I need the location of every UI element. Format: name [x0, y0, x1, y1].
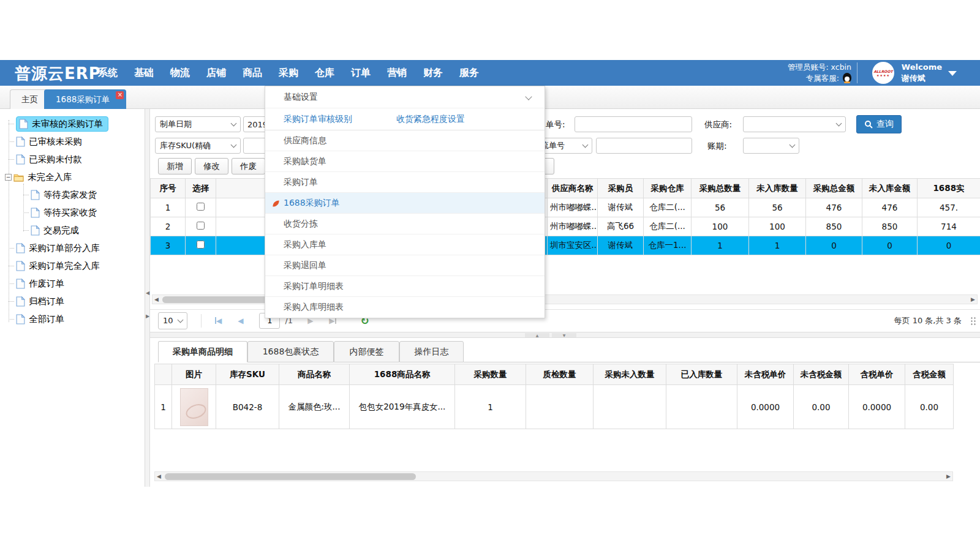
nav-item-warehouse[interactable]: 仓库 [315, 67, 334, 80]
sidebar-item-not-fully-stocked[interactable]: − 未完全入库 [0, 168, 145, 186]
menu-item-label: 采购入库明细表 [284, 302, 344, 313]
nav-item-purchase[interactable]: 采购 [279, 67, 298, 80]
row-checkbox[interactable] [197, 241, 205, 249]
sidebar-item-audited-unpurchased[interactable]: 已审核未采购 [0, 133, 145, 151]
cell-not-in-amount: 476 [862, 198, 918, 217]
sidebar-item-unaudited[interactable]: 未审核的采购订单 [0, 115, 145, 133]
nav-item-marketing[interactable]: 营销 [387, 67, 407, 80]
collapse-up-icon[interactable]: ▲ [525, 333, 549, 337]
menu-item-1688-purchase-order[interactable]: 1688采购订单 [265, 193, 545, 214]
cell-qc-qty [526, 385, 594, 429]
row-checkbox[interactable] [197, 222, 205, 230]
nav-item-shop[interactable]: 店铺 [206, 67, 226, 80]
sidebar-item-fully-stocked[interactable]: 采购订单完全入库 [0, 257, 145, 275]
erp-window: 普源云ERP 系统 基础 物流 店铺 商品 采购 仓库 订单 营销 财务 服务 … [0, 0, 980, 551]
tab-internal-note[interactable]: 内部便签 [334, 341, 399, 362]
row-checkbox[interactable] [197, 203, 205, 211]
resize-grip[interactable] [970, 317, 976, 325]
sidebar-splitter[interactable]: ◀ ▶ [145, 109, 150, 487]
user-menu-caret-icon[interactable] [948, 71, 957, 76]
sku-type-select[interactable]: 库存SKU(精确 [155, 138, 241, 154]
search-button[interactable]: 查询 [856, 115, 902, 133]
menu-link-receive-urgency[interactable]: 收货紧急程度设置 [396, 114, 465, 125]
menu-item-label: 供应商信息 [284, 135, 326, 146]
sidebar-item-all-orders[interactable]: 全部订单 [0, 310, 145, 328]
username: 谢传斌 [902, 73, 942, 84]
scroll-left-icon[interactable]: ◀ [157, 473, 161, 479]
sidebar-item-purchased-unpaid[interactable]: 已采购未付款 [0, 151, 145, 168]
product-thumbnail[interactable] [180, 388, 208, 426]
close-tab-icon[interactable]: × [116, 91, 124, 99]
qq-penguin-icon[interactable] [843, 73, 851, 83]
sidebar-item-partially-stocked[interactable]: 采购订单部分入库 [0, 239, 145, 257]
nav-item-order[interactable]: 订单 [351, 67, 371, 80]
menu-item-purchase-shortage[interactable]: 采购缺货单 [265, 151, 545, 172]
void-button[interactable]: 作废 [232, 158, 265, 174]
collapse-left-icon[interactable]: ◀ [146, 290, 149, 296]
supplier-select[interactable] [743, 116, 846, 132]
scroll-right-icon[interactable]: ▶ [971, 296, 975, 302]
scroll-right-icon[interactable]: ▶ [946, 473, 951, 479]
edit-button[interactable]: 修改 [195, 158, 228, 174]
nav-item-product[interactable]: 商品 [243, 67, 262, 80]
col-not-in-amount: 未入库金额 [862, 179, 918, 198]
tab-order-item-detail[interactable]: 采购单商品明细 [158, 341, 247, 362]
menu-link-audit-level[interactable]: 采购订单审核级别 [284, 114, 352, 125]
tree-stub [9, 301, 14, 302]
scrollbar-thumb[interactable] [165, 473, 416, 480]
tab-1688-package-status[interactable]: 1688包裹状态 [247, 341, 334, 362]
page-size-select[interactable]: 10 [158, 312, 187, 329]
sidebar-item-label: 全部订单 [29, 313, 64, 325]
sidebar-item-voided[interactable]: 作废订单 [0, 275, 145, 293]
cell-seq: 3 [151, 236, 186, 255]
tab-operation-log[interactable]: 操作日志 [399, 341, 464, 362]
sidebar-item-waiting-seller-ship[interactable]: 等待卖家发货 [0, 186, 145, 204]
detail-row[interactable]: 1 B042-8 金属颜色:玫... 包包女2019年真皮女... 1 0.00… [155, 385, 954, 429]
sidebar-item-trade-complete[interactable]: 交易完成 [0, 222, 145, 239]
panel-splitter[interactable]: ▲ ▼ [150, 332, 980, 338]
scroll-left-icon[interactable]: ◀ [154, 296, 159, 302]
detail-hscrollbar[interactable]: ◀ ▶ [154, 471, 953, 481]
logistics-no-input[interactable] [596, 138, 692, 154]
document-icon [31, 208, 40, 218]
menu-group-basic-settings[interactable]: 基础设置 [265, 86, 545, 108]
add-button[interactable]: 新增 [158, 158, 192, 174]
cell-not-in-amount: 0 [862, 236, 918, 255]
prev-page-button[interactable]: ◀ [238, 317, 243, 325]
menu-item-order-detail-report[interactable]: 采购订单明细表 [265, 276, 545, 297]
menu-item-inbound-detail-report[interactable]: 采购入库明细表 [265, 297, 545, 318]
app-header: 普源云ERP 系统 基础 物流 店铺 商品 采购 仓库 订单 营销 财务 服务 … [0, 60, 980, 86]
expand-right-icon[interactable]: ▶ [146, 313, 149, 319]
welcome-user[interactable]: Welcome 谢传斌 [902, 62, 942, 84]
collapse-minus-icon[interactable]: − [5, 174, 12, 181]
document-icon [31, 190, 40, 200]
menu-item-purchase-inbound[interactable]: 采购入库单 [265, 234, 545, 255]
nav-item-service[interactable]: 服务 [459, 67, 479, 80]
collapse-down-icon[interactable]: ▼ [552, 333, 576, 337]
menu-item-receive-sorting[interactable]: 收货分拣 [265, 214, 545, 234]
order-no-input[interactable] [575, 116, 692, 132]
nav-item-system[interactable]: 系统 [98, 67, 118, 80]
menu-item-purchase-order[interactable]: 采购订单 [265, 172, 545, 193]
cell-not-in-qty [594, 385, 666, 429]
document-icon [16, 137, 25, 147]
date-type-select[interactable]: 制单日期 [155, 116, 241, 132]
col-price-ex-tax: 未含税单价 [737, 364, 794, 385]
first-page-button[interactable]: ◀ [215, 317, 222, 325]
document-icon [16, 261, 25, 271]
nav-item-logistics[interactable]: 物流 [170, 67, 190, 80]
col-image: 图片 [172, 364, 216, 385]
nav-item-basic[interactable]: 基础 [134, 67, 154, 80]
cell-price-ex-tax: 0.0000 [737, 385, 794, 429]
cell-warehouse: 仓库二(... [644, 198, 692, 217]
sidebar-item-label: 作废订单 [29, 278, 64, 290]
sidebar-item-archived[interactable]: 归档订单 [0, 293, 145, 310]
sidebar-item-waiting-buyer-receive[interactable]: 等待买家收货 [0, 204, 145, 222]
menu-item-purchase-return[interactable]: 采购退回单 [265, 255, 545, 276]
tab-1688-purchase-orders[interactable]: 1688采购订单 × [44, 89, 126, 109]
document-icon [16, 279, 25, 289]
nav-item-finance[interactable]: 财务 [423, 67, 443, 80]
account-period-select[interactable] [743, 138, 799, 154]
menu-item-supplier-info[interactable]: 供应商信息 [265, 130, 545, 151]
cell-in-qty [666, 385, 737, 429]
